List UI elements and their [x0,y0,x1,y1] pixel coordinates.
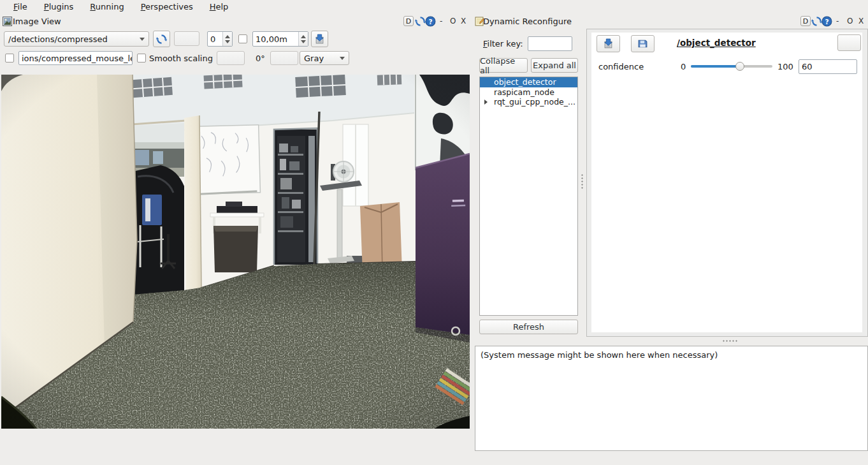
help-icon[interactable] [821,16,832,27]
tree-item-raspicam-node[interactable]: raspicam_node [480,87,577,98]
dynamic-range-checkbox[interactable] [238,34,247,43]
slider-min-label: 0 [681,62,686,71]
tree-item-object-detector[interactable]: object_detector [480,77,577,87]
undock-button[interactable]: D [800,16,811,26]
load-config-icon [637,38,648,49]
expand-all-button[interactable]: Expand all [531,58,578,73]
reload-plugin-icon[interactable] [415,16,426,27]
menu-bar: File Plugins Running Perspectives Help [0,0,868,13]
save-image-button[interactable] [311,31,328,47]
help-icon[interactable] [425,16,436,27]
mouse-topic-value: ions/compressed_mouse_left [22,54,133,63]
config-panel: /object_detector confidence 0 100 60 [586,29,868,337]
filter-key-label: Filter key: [483,39,523,48]
menu-running[interactable]: Running [82,1,132,13]
colormap-combo[interactable]: Gray [300,51,349,65]
refresh-icon [156,34,167,45]
minimize-button[interactable]: - [836,17,839,26]
minimize-button[interactable]: - [440,17,442,26]
system-message-text: (System message might be shown here when… [481,350,718,360]
camera-image[interactable] [1,75,470,429]
dynamic-reconfigure-title: Dynamic Reconfigure [483,17,572,26]
empty-box [270,51,298,65]
load-config-button[interactable] [631,35,655,52]
publish-click-checkbox[interactable] [5,54,14,63]
chevron-down-icon [340,57,345,60]
colormap-value: Gray [304,54,324,63]
empty-box [217,51,245,65]
tree-item-label: rqt_gui_cpp_node_... [494,97,575,107]
confidence-value: 60 [802,62,813,71]
zoom-spinbox[interactable]: 0 [207,31,233,47]
restore-button[interactable]: O [847,17,853,26]
image-view-titlebar: Image View D - O X [1,14,473,29]
max-range-spinbox[interactable]: 10,00m [252,31,308,47]
expand-triangle-icon[interactable] [484,100,488,105]
restore-button[interactable]: O [450,17,456,26]
horizontal-splitter-handle[interactable] [722,340,739,342]
system-message-area[interactable]: (System message might be shown here when… [475,346,868,451]
reload-plugin-icon[interactable] [811,16,822,27]
tree-item-rqt-gui-cpp-node[interactable]: rqt_gui_cpp_node_... [480,97,577,107]
menu-perspectives[interactable]: Perspectives [133,1,201,13]
refresh-topics-button[interactable] [153,31,170,47]
menu-help[interactable]: Help [201,1,237,13]
image-topic-value: /detections/compressed [8,34,108,44]
menu-file[interactable]: File [5,1,36,13]
undock-button[interactable]: D [403,16,414,26]
save-config-icon [603,38,614,49]
vertical-splitter-handle[interactable] [581,173,583,190]
empty-box [174,31,199,46]
dynamic-reconfigure-titlebar: Dynamic Reconfigure D - O X [475,14,868,29]
zoom-value: 0 [208,32,222,46]
slider-handle[interactable] [735,62,744,71]
camera-scene [1,75,470,429]
node-title-link[interactable]: /object_detector [677,38,756,48]
image-view-icon [3,17,12,26]
max-range-value: 10,00m [253,32,298,46]
image-topic-combo[interactable]: /detections/compressed [4,31,149,47]
tree-item-label: object_detector [494,77,556,87]
tree-item-label: raspicam_node [494,87,554,97]
spinner-arrows-icon[interactable] [298,32,308,46]
rotation-label: 0° [256,54,265,63]
confidence-slider[interactable] [691,65,772,68]
spinner-arrows-icon[interactable] [222,32,232,46]
smooth-scaling-label: Smooth scaling [149,54,213,63]
close-button[interactable]: X [858,17,864,26]
image-view-title: Image View [13,17,61,26]
confidence-value-input[interactable]: 60 [799,59,857,74]
refresh-nodes-button[interactable]: Refresh [479,320,578,334]
save-config-button[interactable] [597,35,620,52]
close-config-button[interactable] [837,34,861,51]
filter-key-input[interactable] [528,36,572,51]
config-panel-inner: /object_detector confidence 0 100 60 [591,33,862,332]
mouse-topic-field[interactable]: ions/compressed_mouse_left [18,51,133,65]
param-name-label: confidence [598,62,644,71]
chevron-down-icon [140,38,145,41]
close-button[interactable]: X [461,17,466,26]
node-tree: object_detector raspicam_node rqt_gui_cp… [479,77,578,316]
slider-max-label: 100 [778,62,793,71]
collapse-all-button[interactable]: Collapse all [479,58,528,73]
menu-plugins[interactable]: Plugins [36,1,82,13]
slider-fill [691,65,740,68]
smooth-scaling-checkbox[interactable] [137,54,146,63]
save-image-icon [314,34,325,45]
